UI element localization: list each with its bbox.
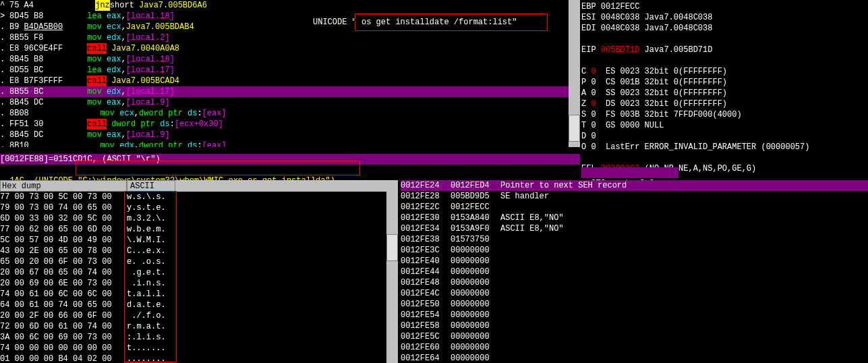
stack-row[interactable]: 0012FE2C0012FECC: [401, 202, 868, 213]
hex-row[interactable]: 65 00 20 00 6F 00 73 00e. .o.s.: [0, 256, 398, 267]
disasm-row[interactable]: .FF51 30 call dword ptr ds:[ecx+0x30]: [0, 119, 580, 130]
disasm-row[interactable]: .E8 96C9E4FF call Java7.0040A0A8: [0, 43, 580, 54]
disasm-row[interactable]: .8B08 mov ecx,dword ptr ds:[eax]: [0, 108, 580, 119]
hex-row[interactable]: 64 00 61 00 74 00 65 00d.a.t.e.: [0, 300, 398, 310]
hex-row[interactable]: 01 00 00 00 B4 04 02 00........: [0, 354, 398, 363]
stack-row[interactable]: 0012FE340153A9F0ASCII E8,"NO": [401, 223, 868, 234]
register-row: EDI 0048C038 Java7.0048C038: [581, 23, 867, 34]
stack-header-row: 0012FE24 0012FED4 Pointer to next SEH re…: [401, 180, 868, 191]
hex-ascii-highlight-box: [124, 191, 177, 362]
stack-pane[interactable]: 0012FE24 0012FED4 Pointer to next SEH re…: [401, 180, 868, 363]
register-row: T 0 GS 0000 NULL: [581, 120, 867, 131]
stack-row[interactable]: 0012FE6000000000: [401, 342, 868, 353]
register-row: D 0: [581, 131, 867, 142]
hex-row[interactable]: 6D 00 33 00 32 00 5C 00m.3.2.\.: [0, 213, 398, 224]
register-row: [581, 34, 867, 45]
stack-row[interactable]: 0012FE3C00000000: [401, 245, 868, 256]
disasm-row[interactable]: ^75 A4 jnzshort Java7.005BD6A6: [0, 0, 580, 11]
register-row: [581, 152, 867, 163]
disasm-row[interactable]: .E8 B7F3FFFF call Java7.005BCAD4: [0, 76, 580, 86]
register-row: A 0 SS 0023 32bit 0(FFFFFFFF): [581, 88, 867, 99]
st0-line: ST0 empty 0.0: [581, 167, 678, 178]
stack-row[interactable]: 0012FE5000000000: [401, 299, 868, 310]
hex-row[interactable]: 20 00 69 00 6E 00 73 00 .i.n.s.: [0, 278, 398, 289]
disasm-row[interactable]: .8B55 BC mov edx,[local.17]: [0, 86, 580, 97]
stack-row[interactable]: 0012FE300153A840ASCII E8,"NO": [401, 213, 868, 223]
register-row: EIP 005BD71D Java7.005BD71D: [581, 45, 867, 55]
disasm-scrollbar[interactable]: [569, 0, 580, 147]
hex-dump-header: Hex dump: [0, 180, 127, 192]
register-row: C 0 ES 0023 32bit 0(FFFFFFFF): [581, 66, 867, 77]
register-row: ESI 0048C038 Java7.0048C038: [581, 12, 867, 23]
stack-row[interactable]: 0012FE3801573750: [401, 234, 868, 245]
hex-row[interactable]: 72 00 6D 00 61 00 74 00r.m.a.t.: [0, 321, 398, 332]
stack-row[interactable]: 0012FE4400000000: [401, 267, 868, 277]
register-pane[interactable]: EBP 0012FECCESI 0048C038 Java7.0048C038E…: [580, 0, 868, 179]
disasm-row[interactable]: .8B45 B8 mov eax,[local.18]: [0, 54, 580, 65]
path-highlight-box: [76, 161, 360, 175]
hex-row[interactable]: 43 00 2E 00 65 00 78 00C...e.x.: [0, 246, 398, 256]
hex-row[interactable]: 77 00 73 00 5C 00 73 00w.s.\.s.: [0, 192, 398, 202]
unicode-highlight-box: [355, 13, 548, 31]
stack-row[interactable]: 0012FE5800000000: [401, 320, 868, 331]
stack-row[interactable]: 0012FE28005BD9D5SE handler: [401, 191, 868, 202]
hex-row[interactable]: 79 00 73 00 74 00 65 00y.s.t.e.: [0, 202, 398, 213]
hex-ascii-header: ASCII: [127, 180, 175, 192]
hex-row[interactable]: 74 00 00 00 00 00 00 00t.......: [0, 343, 398, 354]
register-row: O 0 LastErr ERROR_INVALID_PARAMETER (000…: [581, 142, 867, 152]
disasm-row[interactable]: .8B45 DC mov eax,[local.9]: [0, 97, 580, 108]
hex-row[interactable]: 77 00 62 00 65 00 6D 00w.b.e.m.: [0, 224, 398, 235]
register-row: Z 0 DS 0023 32bit 0(FFFFFFFF): [581, 99, 867, 109]
stack-row[interactable]: 0012FE4000000000: [401, 256, 868, 267]
hex-row[interactable]: 3A 00 6C 00 69 00 73 00:.l.i.s.: [0, 332, 398, 343]
disasm-row[interactable]: .8D55 BC lea edx,[local.17]: [0, 65, 580, 76]
stack-row[interactable]: 0012FE5C00000000: [401, 331, 868, 342]
hex-dump-pane[interactable]: Hex dump ASCII 77 00 73 00 5C 00 73 00w.…: [0, 180, 398, 363]
hex-row[interactable]: 20 00 2F 00 66 00 6F 00 ./.f.o.: [0, 310, 398, 321]
stack-row[interactable]: 0012FE4C00000000: [401, 288, 868, 299]
stack-row[interactable]: 0012FE5400000000: [401, 310, 868, 320]
hex-header: Hex dump ASCII: [0, 180, 398, 192]
disasm-row[interactable]: .8B10 mov edx,dword ptr ds:[eax]: [0, 140, 580, 147]
disasm-row[interactable]: .8B55 F8 mov edx,[local.2]: [0, 32, 580, 43]
hex-row[interactable]: 5C 00 57 00 4D 00 49 00\.W.M.I.: [0, 235, 398, 246]
hex-row[interactable]: 74 00 61 00 6C 00 6C 00t.a.l.l.: [0, 289, 398, 300]
stack-row[interactable]: 0012FE6400000000: [401, 353, 868, 363]
register-row: P 0 CS 001B 32bit 0(FFFFFFFF): [581, 77, 867, 88]
disasm-row[interactable]: .8B45 DC mov eax,[local.9]: [0, 130, 580, 140]
hex-scrollbar[interactable]: [386, 180, 398, 363]
stack-row[interactable]: 0012FE4800000000: [401, 277, 868, 288]
register-row: [581, 55, 867, 66]
register-row: S 0 FS 003B 32bit 7FFDF000(4000): [581, 109, 867, 120]
register-row: EBP 0012FECC: [581, 1, 867, 12]
hex-row[interactable]: 20 00 67 00 65 00 74 00 .g.e.t.: [0, 267, 398, 278]
